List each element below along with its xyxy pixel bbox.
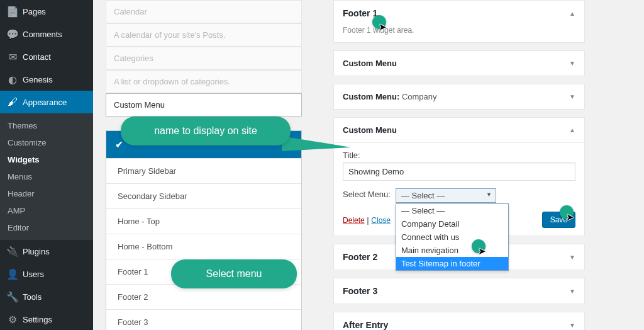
option-connect[interactable]: Connect with us [396, 230, 508, 244]
panel-title: Footer 2 [343, 252, 377, 262]
footer1-panel: Footer 1 ▲ Footer 1 widget area. [333, 0, 585, 43]
caret-up-icon: ▲ [569, 127, 575, 134]
sidebar-item-genesis[interactable]: ◐Genesis [0, 68, 93, 91]
widget-categories[interactable]: Categories [106, 47, 302, 70]
widget-label: Custom Menu: Company [343, 92, 437, 101]
widget-custom-menu-collapsed-2[interactable]: Custom Menu: Company ▼ [333, 84, 585, 110]
caret-down-icon: ▼ [569, 288, 575, 295]
cursor-indicator-3: ➤ [560, 205, 574, 219]
option-test-sitemap[interactable]: Test Sitemap in footer [396, 257, 508, 270]
widget-areas-list: ✔ Primary Sidebar Secondary Sidebar Home… [106, 130, 302, 330]
footer1-desc: Footer 1 widget area. [334, 26, 584, 42]
caret-down-icon: ▼ [569, 60, 575, 67]
submenu-header[interactable]: Header [0, 185, 93, 202]
widget-label: Custom Menu [343, 125, 397, 135]
brush-icon: 🖌 [6, 96, 19, 108]
widget-calendar[interactable]: Calendar [106, 0, 302, 23]
footer1-panel-column: Footer 1 ▲ Footer 1 widget area. Custom … [333, 0, 585, 330]
sidebar-item-label: Contact [23, 52, 51, 62]
mouse-pointer-icon: ➤ [566, 212, 574, 223]
appearance-submenu: Themes Customize Widgets Menus Header AM… [0, 113, 93, 240]
sidebar-item-contact[interactable]: ✉Contact [0, 45, 93, 68]
title-label: Title: [343, 151, 575, 160]
area-primary-sidebar[interactable]: Primary Sidebar [106, 158, 301, 183]
genesis-icon: ◐ [6, 73, 19, 86]
title-input[interactable] [343, 162, 575, 181]
footer1-header[interactable]: Footer 1 ▲ [334, 1, 584, 26]
area-home-top[interactable]: Home - Top [106, 208, 301, 234]
delete-link[interactable]: Delete [343, 216, 365, 225]
widget-custom-menu-collapsed-1[interactable]: Custom Menu ▼ [333, 50, 585, 76]
callout-select-menu: Select menu [171, 259, 297, 288]
close-link[interactable]: Close [371, 216, 391, 225]
sidebar-item-settings[interactable]: ⚙Settings [0, 308, 93, 330]
sidebar-item-appearance[interactable]: 🖌Appearance [0, 91, 93, 113]
mail-icon: ✉ [6, 50, 19, 63]
check-icon: ✔ [115, 139, 123, 151]
sidebar-item-label: Plugins [23, 247, 50, 256]
sidebar-item-label: Comments [23, 30, 62, 39]
sidebar-item-label: Pages [23, 7, 46, 16]
submenu-editor[interactable]: Editor [0, 219, 93, 236]
sidebar-item-label: Tools [23, 292, 42, 302]
widget-custom-menu-dragging[interactable]: Custom Menu [106, 93, 302, 117]
caret-down-icon: ▼ [569, 322, 575, 329]
area-home-bottom[interactable]: Home - Bottom [106, 234, 301, 259]
caret-down-icon: ▼ [569, 254, 575, 261]
user-icon: 👤 [6, 268, 19, 280]
sidebar-item-label: Users [23, 270, 44, 279]
sidebar-item-tools[interactable]: 🔧Tools [0, 285, 93, 308]
comment-icon: 💬 [6, 28, 19, 40]
caret-up-icon: ▲ [569, 10, 575, 17]
submenu-themes[interactable]: Themes [0, 117, 93, 134]
page-icon: 📄 [6, 5, 19, 18]
widget-open-header[interactable]: Custom Menu ▲ [334, 118, 584, 142]
widget-label: Custom Menu [343, 59, 397, 68]
admin-sidebar: 📄Pages 💬Comments ✉Contact ◐Genesis 🖌Appe… [0, 0, 93, 330]
select-menu-options: — Select — Company Detail Connect with u… [396, 203, 509, 271]
callout-tail-1 [282, 136, 351, 151]
panel-title: Footer 3 [343, 286, 377, 296]
sidebar-item-pages[interactable]: 📄Pages [0, 0, 93, 23]
mouse-pointer-icon: ➤ [478, 246, 486, 257]
after-entry-panel[interactable]: After Entry▼ [333, 312, 585, 330]
sidebar-item-comments[interactable]: 💬Comments [0, 23, 93, 45]
sidebar-item-plugins[interactable]: 🔌Plugins [0, 240, 93, 263]
select-menu-dropdown[interactable]: — Select — [396, 188, 496, 203]
option-select[interactable]: — Select — [396, 204, 508, 217]
sidebar-item-label: Settings [23, 315, 52, 324]
submenu-widgets[interactable]: Widgets [0, 151, 93, 168]
submenu-menus[interactable]: Menus [0, 168, 93, 185]
footer3-panel[interactable]: Footer 3▼ [333, 278, 585, 304]
gear-icon: ⚙ [6, 313, 19, 326]
sidebar-item-label: Appearance [23, 98, 67, 107]
caret-down-icon: ▼ [569, 93, 575, 100]
select-menu-label: Select Menu: [343, 190, 391, 199]
sidebar-item-label: Genesis [23, 75, 53, 84]
option-company-detail[interactable]: Company Detail [396, 217, 508, 230]
sidebar-item-users[interactable]: 👤Users [0, 263, 93, 285]
submenu-amp[interactable]: AMP [0, 202, 93, 219]
mouse-pointer-icon: ➤ [379, 21, 387, 33]
area-secondary-sidebar[interactable]: Secondary Sidebar [106, 183, 301, 208]
area-footer-3[interactable]: Footer 3 [106, 309, 301, 330]
panel-title: After Entry [343, 320, 388, 330]
plugin-icon: 🔌 [6, 245, 19, 258]
widget-custom-menu-open: Custom Menu ▲ Title: Select Menu: — Sele… [333, 117, 585, 236]
cursor-indicator-1: ➤ [372, 15, 386, 29]
wrench-icon: 🔧 [6, 290, 19, 303]
widget-calendar-desc: A calendar of your site's Posts. [106, 23, 302, 47]
cursor-indicator-2: ➤ [472, 239, 486, 253]
callout-name-display: name to display on site [121, 117, 291, 145]
option-main-nav[interactable]: Main nevigation [396, 244, 508, 257]
widget-categories-desc: A list or dropdown of categories. [106, 70, 302, 93]
submenu-customize[interactable]: Customize [0, 134, 93, 151]
